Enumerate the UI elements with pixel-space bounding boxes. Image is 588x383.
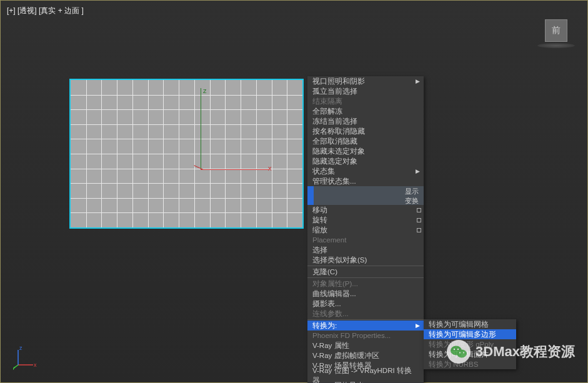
menu-item-g1-1[interactable]: 旋转: [307, 215, 424, 225]
menu-item-g1-12-label: Phoenix FD Properties...: [312, 331, 391, 341]
grid-line-v: [86, 80, 87, 227]
menu-item-g1-10-label: 连线参数...: [312, 309, 349, 319]
submenu-item-0[interactable]: 转换为可编辑网格: [424, 319, 516, 329]
menu-item-g1-17-label: V-Ray 网格导出: [312, 381, 364, 383]
svg-text:x: x: [34, 362, 37, 368]
grid-line-v: [132, 80, 133, 227]
world-axis-icon: z x y: [13, 345, 38, 370]
menu-separator: [307, 319, 424, 320]
viewport-label[interactable]: [+] [透视] [真实 + 边面 ]: [7, 6, 84, 16]
grid-line-h: [71, 109, 302, 110]
submenu-arrow-icon: ▶: [416, 321, 420, 331]
watermark-text: 3DMax教程资源: [476, 342, 575, 361]
grid-line-v: [241, 80, 241, 227]
grid-line-h: [71, 95, 302, 96]
menu-item-g1-7: 对象属性(P)...: [307, 279, 424, 289]
menu-item-g0-9[interactable]: 状态集▶: [307, 166, 424, 176]
menu-item-g0-1[interactable]: 孤立当前选择: [307, 86, 424, 96]
menu-item-g1-8-label: 曲线编辑器...: [312, 289, 356, 299]
submenu-item-1[interactable]: 转换为可编辑多边形: [424, 329, 516, 339]
menu-item-g0-1-label: 孤立当前选择: [312, 86, 357, 96]
viewport-label-view[interactable]: [透视]: [17, 6, 37, 15]
svg-point-11: [463, 352, 464, 354]
menu-item-g1-14[interactable]: V-Ray 虚拟帧缓冲区: [307, 351, 424, 361]
menu-item-g1-13[interactable]: V-Ray 属性: [307, 341, 424, 351]
menu-item-g1-0[interactable]: 移动: [307, 205, 424, 215]
grid-line-v: [101, 80, 102, 227]
grid-line-v: [256, 80, 257, 227]
menu-item-g0-5[interactable]: 按名称取消隐藏: [307, 126, 424, 136]
menu-item-g1-3: Placement: [307, 235, 424, 245]
grid-line-h: [71, 124, 302, 125]
menu-item-g1-9-label: 摄影表...: [312, 299, 341, 309]
submenu-item-0-label: 转换为可编辑网格: [429, 319, 489, 329]
menu-item-g0-10[interactable]: 管理状态集...: [307, 176, 424, 186]
menu-item-g1-2[interactable]: 缩放: [307, 225, 424, 235]
grid-line-h: [71, 154, 302, 154]
svg-point-8: [454, 349, 455, 350]
menu-item-g1-4[interactable]: 选择: [307, 245, 424, 255]
menu-item-g1-1-label: 旋转: [312, 215, 327, 225]
svg-point-7: [457, 350, 467, 358]
menu-item-g1-5[interactable]: 选择类似对象(S): [307, 255, 424, 265]
grid-line-v: [272, 80, 272, 227]
menu-item-g1-3-label: Placement: [312, 235, 346, 245]
grid-line-h: [71, 139, 302, 139]
header-marker: [307, 186, 314, 196]
viewcube-face-front[interactable]: 前: [545, 19, 567, 42]
viewport[interactable]: [+] [透视] [真实 + 边面 ] 前 z x z x y 视口照明和阴影▶…: [0, 0, 588, 383]
menu-item-g0-4[interactable]: 冻结当前选择: [307, 116, 424, 126]
context-menu[interactable]: 视口照明和阴影▶孤立当前选择结束隔离全部解冻冻结当前选择按名称取消隐藏全部取消隐…: [307, 76, 424, 383]
menu-item-g1-8[interactable]: 曲线编辑器...: [307, 289, 424, 299]
menu-item-g0-3-label: 全部解冻: [312, 106, 342, 116]
viewcube[interactable]: 前: [537, 19, 575, 51]
svg-point-10: [459, 352, 461, 354]
header-label: 显示: [405, 187, 419, 196]
svg-text:z: z: [19, 345, 22, 351]
submenu-arrow-icon: ▶: [416, 76, 420, 86]
menu-item-g1-9[interactable]: 摄影表...: [307, 299, 424, 309]
menu-item-g0-6[interactable]: 全部取消隐藏: [307, 136, 424, 146]
menu-item-g0-8-label: 隐藏选定对象: [312, 156, 357, 166]
plane-object[interactable]: [69, 79, 304, 229]
grid-line-v: [194, 80, 195, 227]
menu-item-g1-2-label: 缩放: [312, 225, 327, 235]
flyout-box-icon: [417, 228, 421, 232]
viewport-label-plus[interactable]: [+]: [7, 6, 16, 15]
grid-line-h: [71, 183, 302, 184]
menu-item-g1-12: Phoenix FD Properties...: [307, 331, 424, 341]
menu-item-g1-11-label: 转换为:: [312, 321, 337, 331]
menu-item-g0-0-label: 视口照明和阴影: [312, 76, 365, 86]
menu-item-g1-16[interactable]: V-Ray 位图 -> VRayHDRI 转换器: [307, 371, 424, 381]
menu-item-g1-11[interactable]: 转换为:▶: [307, 321, 424, 331]
header-marker: [307, 196, 314, 205]
flyout-box-icon: [417, 208, 421, 212]
menu-header-display: 显示: [307, 186, 424, 196]
menu-item-g0-6-label: 全部取消隐藏: [312, 136, 357, 146]
submenu-arrow-icon: ▶: [416, 166, 420, 176]
grid-line-v: [225, 80, 226, 227]
menu-item-g1-0-label: 移动: [312, 205, 327, 215]
menu-item-g1-5-label: 选择类似对象(S): [312, 255, 367, 265]
menu-item-g1-13-label: V-Ray 属性: [312, 341, 349, 351]
menu-item-g0-8[interactable]: 隐藏选定对象: [307, 156, 424, 166]
menu-item-g0-7-label: 隐藏未选定对象: [312, 146, 365, 156]
menu-item-g1-7-label: 对象属性(P)...: [312, 279, 358, 289]
menu-item-g0-0[interactable]: 视口照明和阴影▶: [307, 76, 424, 86]
grid-line-v: [117, 80, 117, 227]
viewport-label-shading[interactable]: [真实 + 边面 ]: [39, 6, 84, 15]
menu-header-transform: 变换: [307, 196, 424, 205]
menu-item-g1-17[interactable]: V-Ray 网格导出: [307, 381, 424, 383]
grid-line-v: [163, 80, 164, 227]
menu-item-g0-7[interactable]: 隐藏未选定对象: [307, 146, 424, 156]
menu-separator: [307, 266, 424, 266]
menu-item-g0-3[interactable]: 全部解冻: [307, 106, 424, 116]
menu-item-g1-4-label: 选择: [312, 245, 327, 255]
grid-line-v: [179, 80, 179, 227]
menu-item-g0-9-label: 状态集: [312, 166, 335, 176]
grid-line-v: [210, 80, 211, 227]
menu-item-g0-10-label: 管理状态集...: [312, 176, 356, 186]
menu-item-g1-6[interactable]: 克隆(C): [307, 267, 424, 277]
menu-item-g0-2: 结束隔离: [307, 96, 424, 106]
wechat-icon: [447, 340, 471, 364]
